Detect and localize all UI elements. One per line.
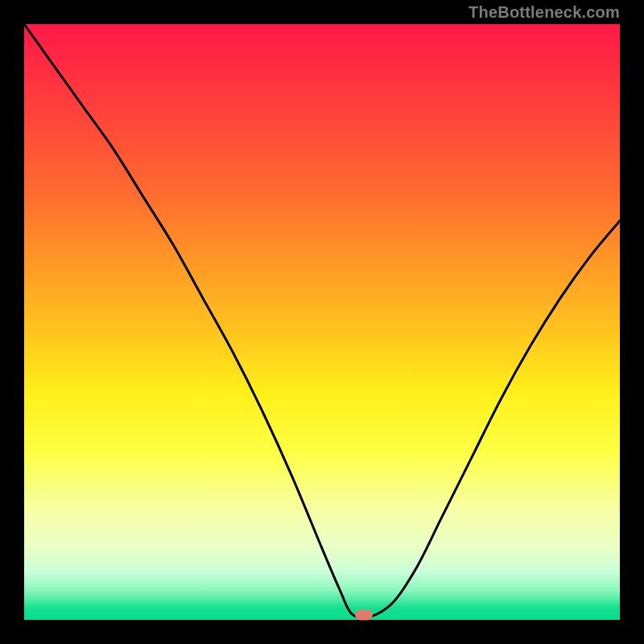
watermark-text: TheBottleneck.com — [469, 3, 620, 22]
chart-frame: TheBottleneck.com — [0, 0, 644, 644]
bottleneck-curve — [24, 24, 620, 620]
optimal-point-marker — [355, 610, 373, 621]
plot-area — [24, 24, 620, 620]
